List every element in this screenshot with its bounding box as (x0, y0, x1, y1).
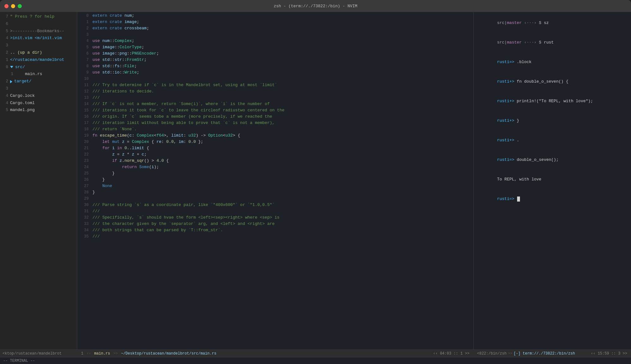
code-line-14: 14 /// If `c` is not a member, return `S… (77, 101, 473, 107)
sidebar-line-empty3: 3 (0, 85, 77, 92)
code-line-33: 33 /// the character given by the `separ… (77, 221, 473, 227)
code-line-15: 15 /// iterations it took for `c` to lea… (77, 107, 473, 114)
term-line-rust: src|master ‹···› $ rust (474, 33, 631, 52)
code-line-4: 4 use num::Complex; (77, 38, 473, 44)
code-line-34: 34 /// both strings that can be parsed b… (77, 227, 473, 233)
window-title: zsh - (term://./73822:/bin) - NVIM (274, 4, 357, 9)
code-line-23: 23 if z.norm_sqr() > 4.0 { (77, 158, 473, 164)
sidebar-status-path: <ktop/rustacean/mandelbrot (3, 351, 62, 356)
code-line-9: 9 use std::io::Write; (77, 69, 473, 76)
maximize-button[interactable] (18, 4, 22, 8)
code-line-10: 10 (77, 76, 473, 82)
code-line-29: 29 (77, 196, 473, 202)
main-window: zsh - (term://./73822:/bin) - NVIM 7 " P… (0, 0, 631, 364)
sidebar-line-cargotoml[interactable]: 4 Cargo.toml (0, 100, 77, 107)
sidebar-line-bookmarks: 5 >----------Bookmarks-- (0, 28, 77, 35)
code-editor[interactable]: 0 extern crate num; 1 extern crate image… (77, 12, 473, 349)
term-line-brace: rusti+> } (474, 111, 631, 131)
minimize-button[interactable] (11, 4, 15, 8)
titlebar: zsh - (term://./73822:/bin) - NVIM (0, 0, 631, 12)
sidebar-line-src-folder[interactable]: 8 src/ (0, 64, 77, 71)
code-line-27: 27 None (77, 183, 473, 189)
code-status-bar: 1 ‹‹ main.rs >> ~/Desktop/rustacean/mand… (77, 349, 473, 357)
folder-closed-icon (10, 80, 12, 83)
term-line-output: To REPL, with love (474, 170, 631, 189)
code-line-1: 1 extern crate image; (77, 19, 473, 25)
window-controls (4, 4, 22, 8)
code-line-35: 35 /// (77, 233, 473, 240)
sidebar-line-root[interactable]: 1 </rustacean/mandelbrot (0, 56, 77, 64)
sidebar-line-empty1: 6 (0, 21, 77, 28)
sidebar-line-mandelpng[interactable]: 5 mandel.png (0, 107, 77, 114)
terminal-mode-label: -- TERMINAL -- (3, 359, 35, 363)
terminal-mode-bar: -- TERMINAL -- (0, 357, 631, 364)
code-line-3: 3 (77, 32, 473, 38)
code-line-6: 6 use image::png::PNGEncoder; (77, 50, 473, 57)
code-line-2: 2 extern crate crossbeam; (77, 25, 473, 32)
status-term-label: [-] term://./73822:/bin/zsh (514, 351, 575, 356)
terminal-cursor (517, 197, 520, 202)
status-filepath: ~/Desktop/rustacean/mandelbrot/src/main.… (121, 351, 216, 356)
terminal-panel[interactable]: src|master ‹···› $ sz src|master ‹···› $… (473, 12, 631, 349)
code-line-26: 26 } (77, 177, 473, 183)
sidebar-line-updir[interactable]: 2 .. (up a dir) (0, 49, 77, 56)
code-line-32: 32 /// Specifically, `s` should hvae the… (77, 214, 473, 221)
statusbars: <ktop/rustacean/mandelbrot 1 ‹‹ main.rs … (0, 349, 631, 357)
status-position: ‹‹ 04:03 :: 1 >> (433, 351, 469, 356)
code-line-20: 20 let mut z = Complex { re: 0.0, im: 0.… (77, 139, 473, 145)
sidebar-line-cargolock[interactable]: 4 Cargo.lock (0, 92, 77, 100)
file-tree-sidebar: 7 " Press ? for help 6 5 >----------Book… (0, 12, 77, 349)
term-line-call: rusti=> double_o_seven(); (474, 150, 631, 170)
code-line-30: 30 /// Parse string `s` as a coordinate … (77, 202, 473, 208)
terminal-status-bar: <822:/bin/zsh >> [-] term://./73822:/bin… (473, 349, 631, 357)
code-line-12: 12 /// iterations to decide. (77, 88, 473, 95)
code-line-28: 28 } (77, 189, 473, 196)
term-line-println: rusti+> println!("To REPL, with love"); (474, 91, 631, 111)
term-line-cursor[interactable]: rusti=> (474, 189, 631, 209)
code-line-13: 13 /// (77, 95, 473, 101)
code-line-24: 24 return Some(i); (77, 164, 473, 170)
term-line-fn-def: rusti+> fn double_o_seven() { (474, 72, 631, 91)
code-line-11: 11 /// Try to determine if `c` is in the… (77, 82, 473, 88)
code-line-8: 8 use std::fs::File; (77, 63, 473, 69)
code-line-17: 17 /// iteration limit without being abl… (77, 120, 473, 126)
code-line-18: 18 /// return `None`. (77, 126, 473, 132)
sidebar-line-empty2: 3 (0, 42, 77, 49)
status-arrows-mid: >> (113, 351, 118, 356)
code-line-5: 5 use image::ColorType; (77, 44, 473, 50)
sidebar-line-target-folder[interactable]: 2 target/ (0, 78, 77, 85)
code-line-21: 21 for i in 0..limit { (77, 145, 473, 151)
status-filename: main.rs (94, 351, 110, 356)
status-term-info: <822:/bin/zsh (477, 351, 507, 356)
status-term-pos: ‹‹ 15:59 :: 3 >> (591, 351, 627, 356)
main-content: 7 " Press ? for help 6 5 >----------Book… (0, 12, 631, 349)
folder-open-icon (10, 66, 13, 68)
code-line-22: 22 z = z * z + c; (77, 151, 473, 158)
code-line-0: 0 extern crate num; (77, 13, 473, 19)
code-line-25: 25 } (77, 170, 473, 177)
term-line-sz: src|master ‹···› $ sz (474, 13, 631, 33)
code-line-31: 31 /// (77, 208, 473, 214)
status-arrows-left: ‹‹ (86, 351, 91, 356)
code-line-7: 7 use std::str::FromStr; (77, 57, 473, 63)
sidebar-line-mainrs[interactable]: 1 main.rs (0, 71, 77, 78)
bottom-section: <ktop/rustacean/mandelbrot 1 ‹‹ main.rs … (0, 349, 631, 364)
sidebar-line-initvim: 4 >init.vim <m/init.vim (0, 35, 77, 42)
code-line-16: 16 /// origin. If `c` seems tobe a membe… (77, 114, 473, 120)
code-line-19: 19 fn escape_time(c: Complex<f64>, limit… (77, 132, 473, 139)
status-term-arrows: >> (508, 351, 512, 356)
code-content: 0 extern crate num; 1 extern crate image… (77, 12, 473, 349)
term-line-dot: rusti+> . (474, 131, 631, 150)
sidebar-status-bar: <ktop/rustacean/mandelbrot (0, 349, 77, 357)
term-line-block: rusti=> .block (474, 52, 631, 72)
sidebar-line-help: 7 " Press ? for help (0, 13, 77, 21)
status-file-num: 1 (81, 351, 83, 356)
close-button[interactable] (4, 4, 9, 8)
